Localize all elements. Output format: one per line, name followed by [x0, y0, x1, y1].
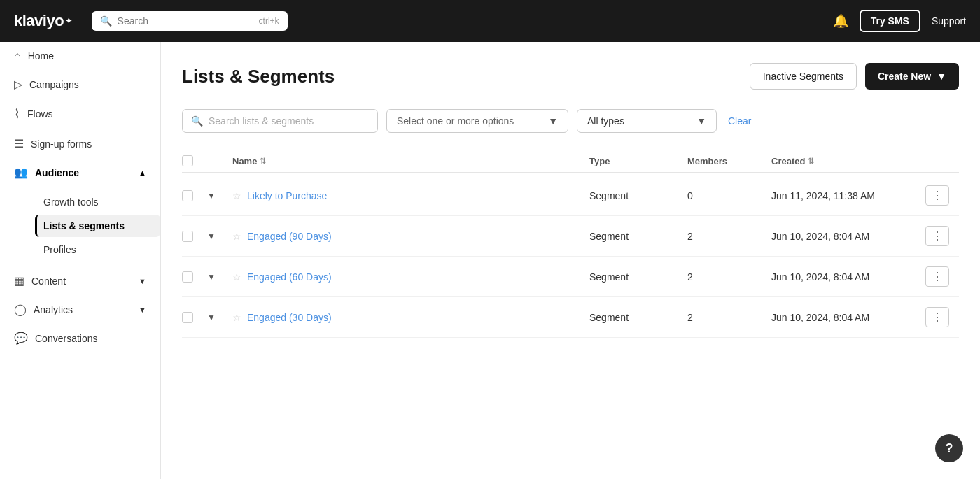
table-row: ▼ ☆ Engaged (30 Days) Segment 2 Jun 10, …: [182, 297, 959, 338]
row-chevron-icon[interactable]: ▼: [207, 272, 216, 282]
row-checkbox-cell[interactable]: [182, 271, 207, 283]
tag-filter-dropdown[interactable]: Select one or more options ▼: [386, 109, 568, 133]
sidebar-item-campaigns[interactable]: ▷ Campaigns: [0, 70, 160, 99]
header-name-cell: Name ⇅: [232, 155, 589, 166]
row-checkbox[interactable]: [182, 271, 193, 283]
row-chevron-icon[interactable]: ▼: [207, 191, 216, 201]
segment-name-link[interactable]: Engaged (90 Days): [247, 231, 332, 242]
row-more-button[interactable]: ⋮: [925, 185, 949, 206]
try-sms-button[interactable]: Try SMS: [860, 10, 920, 32]
row-checkbox[interactable]: [182, 231, 193, 242]
segment-name-link[interactable]: Engaged (30 Days): [247, 312, 332, 323]
table-header: Name ⇅ Type Members Created ⇅: [182, 150, 959, 173]
row-more-button[interactable]: ⋮: [925, 307, 949, 327]
favorite-star-icon[interactable]: ☆: [232, 190, 241, 201]
row-members-cell: 2: [687, 312, 771, 323]
type-filter-label: All types: [587, 115, 624, 127]
search-filter-icon: 🔍: [191, 115, 203, 127]
row-checkbox-cell[interactable]: [182, 231, 207, 242]
row-expand-cell[interactable]: ▼: [207, 231, 232, 241]
table-row: ▼ ☆ Likely to Purchase Segment 0 Jun 11,…: [182, 176, 959, 216]
sidebar-item-audience[interactable]: 👥 Audience ▲: [0, 158, 160, 187]
sidebar-item-flows[interactable]: ⌇ Flows: [0, 99, 160, 129]
row-expand-cell[interactable]: ▼: [207, 191, 232, 201]
row-more-button[interactable]: ⋮: [925, 226, 949, 246]
row-chevron-icon[interactable]: ▼: [207, 231, 216, 241]
sidebar-item-conversations[interactable]: 💬 Conversations: [0, 324, 160, 352]
analytics-icon: ◯: [14, 303, 27, 316]
sidebar-item-signup-forms[interactable]: ☰ Sign-up forms: [0, 129, 160, 158]
select-all-checkbox[interactable]: [182, 155, 193, 166]
audience-submenu: Growth tools Lists & segments Profiles: [0, 187, 160, 266]
row-actions-cell[interactable]: ⋮: [925, 185, 959, 206]
support-button[interactable]: Support: [932, 15, 966, 27]
sidebar-item-home[interactable]: ⌂ Home: [0, 42, 160, 70]
sidebar-item-content[interactable]: ▦ Content ▼: [0, 266, 160, 295]
row-type-cell: Segment: [589, 312, 687, 323]
type-filter-chevron-icon: ▼: [696, 115, 706, 127]
row-members-cell: 0: [687, 190, 771, 201]
row-name-cell: ☆ Likely to Purchase: [232, 190, 589, 201]
favorite-star-icon[interactable]: ☆: [232, 312, 241, 323]
sidebar-item-analytics[interactable]: ◯ Analytics ▼: [0, 295, 160, 324]
analytics-chevron-icon: ▼: [139, 306, 146, 314]
page-header: Lists & Segments Inactive Segments Creat…: [182, 63, 959, 90]
created-sort-icon[interactable]: ⇅: [808, 157, 814, 166]
header-actions: Inactive Segments Create New ▼: [750, 63, 959, 90]
header-actions-cell: [925, 155, 959, 166]
row-checkbox[interactable]: [182, 312, 193, 323]
global-search-bar[interactable]: 🔍 ctrl+k: [92, 11, 288, 31]
top-navigation: klaviyo✦ 🔍 ctrl+k 🔔 Try SMS Support: [0, 0, 980, 42]
search-filter[interactable]: 🔍: [182, 109, 378, 133]
sidebar-item-growth-tools[interactable]: Growth tools: [35, 191, 160, 213]
audience-icon: 👥: [14, 166, 28, 179]
conversations-icon: 💬: [14, 331, 28, 345]
row-expand-cell[interactable]: ▼: [207, 272, 232, 282]
sidebar: ⌂ Home ▷ Campaigns ⌇ Flows ☰ Sign-up for…: [0, 42, 161, 479]
row-actions-cell[interactable]: ⋮: [925, 307, 959, 327]
row-checkbox-cell[interactable]: [182, 190, 207, 201]
content-chevron-icon: ▼: [139, 277, 146, 285]
topnav-right: 🔔 Try SMS Support: [833, 10, 966, 32]
clear-filters-link[interactable]: Clear: [728, 115, 751, 127]
segment-name-link[interactable]: Likely to Purchase: [247, 190, 327, 201]
header-checkbox-cell[interactable]: [182, 155, 207, 166]
name-sort-icon[interactable]: ⇅: [260, 157, 266, 166]
type-filter-dropdown[interactable]: All types ▼: [577, 109, 717, 133]
main-layout: ⌂ Home ▷ Campaigns ⌇ Flows ☰ Sign-up for…: [0, 42, 980, 479]
row-created-cell: Jun 10, 2024, 8:04 AM: [771, 271, 925, 283]
inactive-segments-button[interactable]: Inactive Segments: [750, 63, 857, 90]
row-actions-cell[interactable]: ⋮: [925, 266, 959, 287]
row-type-cell: Segment: [589, 190, 687, 201]
row-expand-cell[interactable]: ▼: [207, 313, 232, 322]
row-name-cell: ☆ Engaged (30 Days): [232, 312, 589, 323]
filters-bar: 🔍 Select one or more options ▼ All types…: [182, 109, 959, 133]
flows-icon: ⌇: [14, 106, 20, 122]
sidebar-item-lists-segments[interactable]: Lists & segments: [35, 215, 160, 237]
table-row: ▼ ☆ Engaged (90 Days) Segment 2 Jun 10, …: [182, 216, 959, 257]
help-button[interactable]: ?: [935, 434, 963, 462]
row-name-cell: ☆ Engaged (60 Days): [232, 271, 589, 283]
row-created-cell: Jun 11, 2024, 11:38 AM: [771, 190, 925, 201]
row-chevron-icon[interactable]: ▼: [207, 313, 216, 322]
favorite-star-icon[interactable]: ☆: [232, 231, 241, 242]
row-actions-cell[interactable]: ⋮: [925, 226, 959, 246]
search-lists-input[interactable]: [209, 115, 363, 127]
sidebar-item-profiles[interactable]: Profiles: [35, 238, 160, 261]
global-search-input[interactable]: [118, 15, 230, 27]
header-created-cell: Created ⇅: [771, 155, 925, 166]
table-body: ▼ ☆ Likely to Purchase Segment 0 Jun 11,…: [182, 176, 959, 338]
search-icon: 🔍: [100, 15, 112, 27]
header-expand-cell: [207, 155, 232, 166]
row-more-button[interactable]: ⋮: [925, 266, 949, 287]
create-new-button[interactable]: Create New ▼: [865, 63, 959, 90]
row-checkbox-cell[interactable]: [182, 312, 207, 323]
campaigns-icon: ▷: [14, 78, 22, 91]
row-checkbox[interactable]: [182, 190, 193, 201]
segment-name-link[interactable]: Engaged (60 Days): [247, 271, 332, 283]
search-shortcut: ctrl+k: [259, 16, 279, 26]
favorite-star-icon[interactable]: ☆: [232, 271, 241, 283]
create-new-chevron-icon: ▼: [937, 71, 946, 82]
notification-bell-icon[interactable]: 🔔: [833, 13, 848, 29]
header-type-cell: Type: [589, 155, 687, 166]
